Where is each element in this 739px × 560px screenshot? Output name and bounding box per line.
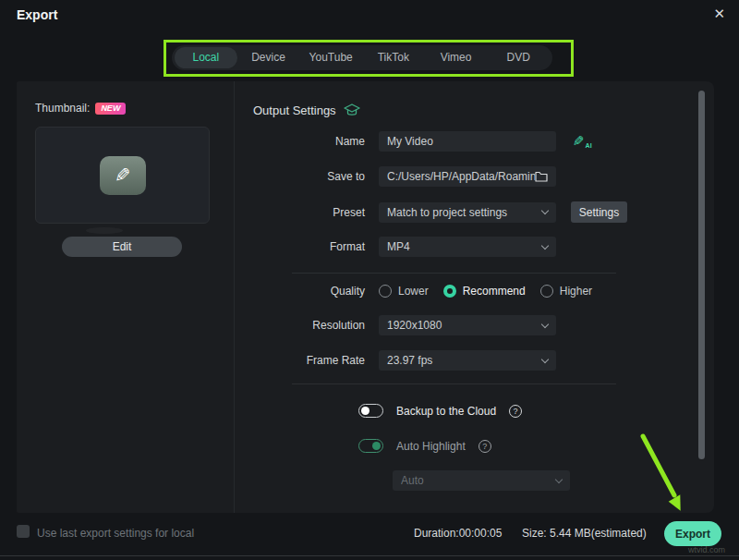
tab-local[interactable]: Local — [175, 47, 237, 68]
format-label: Format — [249, 240, 379, 253]
ai-rename-icon[interactable]: ✎AI — [573, 133, 592, 150]
graduation-cap-icon — [344, 103, 360, 117]
thumbnail-label: Thumbnail: — [35, 102, 90, 115]
save-to-label: Save to — [249, 170, 379, 183]
export-button[interactable]: Export — [664, 521, 721, 546]
quality-radio-group: Lower Recommend Higher — [379, 285, 592, 298]
backup-cloud-toggle[interactable] — [358, 404, 383, 418]
dialog-title: Export — [17, 7, 57, 22]
export-dialog: Export ✕ Local Device YouTube TikTok Vim… — [0, 0, 739, 560]
frame-rate-label: Frame Rate — [249, 354, 379, 367]
watermark-text: wtvid.com — [688, 545, 725, 554]
export-settings-panel: Thumbnail: NEW ✎ Edit Output Settings Na… — [17, 81, 714, 513]
export-destination-tabs: Local Device YouTube TikTok Vimeo DVD — [172, 45, 552, 70]
chevron-down-icon — [555, 475, 563, 482]
scrollbar-thumb[interactable] — [698, 91, 705, 459]
edit-thumbnail-button[interactable]: Edit — [62, 237, 182, 257]
quality-option-recommend[interactable]: Recommend — [443, 285, 526, 298]
quality-option-higher[interactable]: Higher — [540, 285, 592, 298]
tab-vimeo[interactable]: Vimeo — [425, 47, 488, 68]
name-input[interactable]: My Video — [379, 131, 556, 152]
quality-option-lower[interactable]: Lower — [379, 285, 429, 298]
tab-dvd[interactable]: DVD — [487, 47, 550, 68]
radio-icon — [540, 285, 553, 298]
bottom-border — [0, 555, 739, 556]
size-text: Size: 5.44 MB(estimated) — [522, 527, 647, 540]
preset-settings-button[interactable]: Settings — [571, 201, 627, 223]
thumbnail-preview[interactable]: ✎ — [35, 127, 210, 224]
tab-youtube[interactable]: YouTube — [299, 47, 362, 68]
help-icon[interactable]: ? — [479, 440, 491, 453]
resolution-label: Resolution — [249, 319, 379, 332]
chevron-down-icon — [541, 320, 549, 327]
chevron-down-icon — [541, 207, 549, 214]
folder-icon — [535, 171, 548, 182]
use-last-settings-label: Use last export settings for local — [37, 527, 194, 540]
duration-text: Duration:00:00:05 — [414, 527, 502, 540]
output-settings-header: Output Settings — [253, 103, 336, 117]
new-badge: NEW — [95, 103, 126, 115]
radio-selected-icon — [443, 285, 456, 298]
tab-tiktok[interactable]: TikTok — [362, 47, 425, 68]
panel-divider — [234, 81, 235, 513]
quality-label: Quality — [249, 285, 379, 298]
radio-icon — [379, 285, 392, 298]
auto-highlight-label: Auto Highlight — [396, 440, 466, 453]
chevron-down-icon — [541, 355, 549, 362]
thumbnail-edit-icon: ✎ — [100, 156, 146, 195]
name-label: Name — [249, 135, 379, 148]
chevron-down-icon — [541, 241, 549, 249]
help-icon[interactable]: ? — [509, 405, 522, 418]
preset-dropdown[interactable]: Match to project settings — [379, 202, 556, 223]
save-to-input[interactable]: C:/Users/HP/AppData/Roamin — [379, 166, 556, 187]
backup-cloud-label: Backup to the Cloud — [396, 405, 496, 418]
thumbnail-reflection — [86, 227, 123, 234]
use-last-settings-checkbox[interactable] — [17, 525, 30, 538]
tab-device[interactable]: Device — [237, 47, 300, 68]
format-dropdown[interactable]: MP4 — [379, 237, 556, 257]
close-icon[interactable]: ✕ — [713, 6, 725, 22]
section-divider — [292, 383, 616, 384]
frame-rate-dropdown[interactable]: 23.97 fps — [379, 350, 556, 371]
auto-highlight-mode-dropdown[interactable]: Auto — [393, 470, 570, 491]
resolution-dropdown[interactable]: 1920x1080 — [379, 315, 556, 335]
section-divider — [292, 273, 616, 274]
auto-highlight-toggle[interactable] — [358, 439, 383, 453]
preset-label: Preset — [249, 206, 379, 219]
